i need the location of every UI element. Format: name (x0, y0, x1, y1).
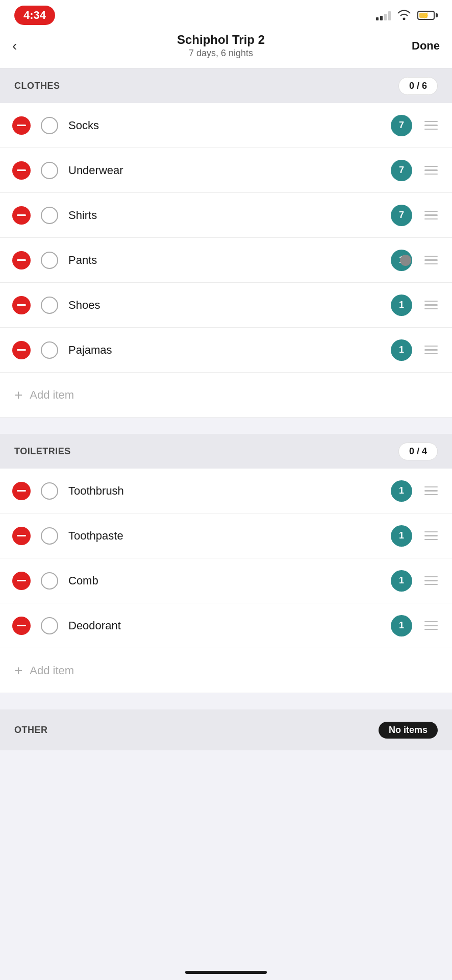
drag-handle[interactable] (422, 529, 440, 543)
check-circle[interactable] (41, 297, 58, 314)
quantity-badge[interactable]: 7 (391, 115, 412, 136)
delete-button[interactable] (12, 527, 31, 545)
delete-button[interactable] (12, 482, 31, 500)
delete-button[interactable] (12, 341, 31, 359)
list-item: Pants 1 (0, 238, 452, 283)
toiletries-title: TOILETRIES (14, 446, 71, 457)
quantity-badge[interactable]: 1 (391, 615, 412, 636)
status-time: 4:34 (14, 6, 55, 25)
add-plus-icon: + (14, 663, 22, 679)
status-bar: 4:34 ⚡ (0, 0, 452, 29)
quantity-badge[interactable]: 1 (391, 570, 412, 592)
other-badge: No items (379, 722, 438, 739)
delete-button[interactable] (12, 251, 31, 270)
drag-indicator (400, 255, 411, 266)
add-item-placeholder: Add item (30, 664, 74, 677)
check-circle[interactable] (41, 341, 58, 359)
quantity-badge[interactable]: 1 (391, 295, 412, 316)
item-label: Deodorant (68, 619, 391, 632)
check-circle[interactable] (41, 207, 58, 224)
clothes-section-header: CLOTHES 0 / 6 (0, 68, 452, 103)
list-item: Socks 7 (0, 103, 452, 148)
other-section-header: OTHER No items (0, 709, 452, 750)
drag-handle[interactable] (422, 344, 440, 357)
section-gap (0, 693, 452, 709)
list-item: Comb 1 (0, 558, 452, 603)
item-label: Underwear (68, 164, 391, 177)
drag-handle[interactable] (422, 164, 440, 177)
quantity-badge[interactable]: 1 (391, 480, 412, 502)
quantity-badge[interactable]: 1 (391, 525, 412, 547)
signal-icon (376, 10, 391, 20)
add-item-row-toiletries[interactable]: + Add item (0, 648, 452, 693)
other-title: OTHER (14, 725, 48, 736)
list-item: Shirts 7 (0, 193, 452, 238)
item-label: Socks (68, 119, 391, 132)
battery-icon: ⚡ (417, 11, 438, 20)
section-gap (0, 418, 452, 434)
list-item: Deodorant 1 (0, 603, 452, 648)
toiletries-badge: 0 / 4 (398, 443, 438, 460)
drag-handle[interactable] (422, 619, 440, 632)
item-label: Comb (68, 574, 391, 587)
nav-title-block: Schiphol Trip 2 7 days, 6 nights (177, 33, 265, 59)
status-icons: ⚡ (376, 9, 438, 22)
back-button[interactable]: ‹ (12, 38, 38, 54)
list-item: Toothbrush 1 (0, 469, 452, 513)
delete-button[interactable] (12, 572, 31, 590)
check-circle[interactable] (41, 162, 58, 179)
add-item-placeholder: Add item (30, 388, 74, 402)
item-label: Toothpaste (68, 529, 391, 543)
check-circle[interactable] (41, 527, 58, 545)
nav-header: ‹ Schiphol Trip 2 7 days, 6 nights Done (0, 29, 452, 68)
add-plus-icon: + (14, 387, 22, 403)
page-title: Schiphol Trip 2 (177, 33, 265, 47)
item-label: Pants (68, 254, 391, 267)
clothes-title: CLOTHES (14, 81, 60, 91)
delete-button[interactable] (12, 116, 31, 135)
check-circle[interactable] (41, 482, 58, 500)
toiletries-section-header: TOILETRIES 0 / 4 (0, 434, 452, 469)
wifi-icon (397, 9, 411, 22)
quantity-badge[interactable]: 7 (391, 205, 412, 226)
page-subtitle: 7 days, 6 nights (177, 48, 265, 59)
list-item: Shoes 1 (0, 283, 452, 328)
drag-handle[interactable] (422, 254, 440, 267)
quantity-badge[interactable]: 1 (391, 339, 412, 361)
add-item-row[interactable]: + Add item (0, 373, 452, 418)
drag-handle[interactable] (422, 299, 440, 312)
list-item: Pajamas 1 (0, 328, 452, 373)
quantity-badge[interactable]: 7 (391, 160, 412, 181)
drag-handle[interactable] (422, 574, 440, 587)
list-item: Toothpaste 1 (0, 513, 452, 558)
item-label: Shirts (68, 209, 391, 222)
clothes-badge: 0 / 6 (398, 77, 438, 95)
delete-button[interactable] (12, 617, 31, 635)
check-circle[interactable] (41, 117, 58, 134)
item-label: Toothbrush (68, 484, 391, 498)
drag-handle[interactable] (422, 484, 440, 498)
item-label: Pajamas (68, 344, 391, 357)
delete-button[interactable] (12, 161, 31, 180)
drag-handle[interactable] (422, 209, 440, 222)
check-circle[interactable] (41, 252, 58, 269)
done-button[interactable]: Done (404, 39, 440, 53)
home-indicator (185, 971, 267, 974)
drag-handle[interactable] (422, 119, 440, 132)
delete-button[interactable] (12, 296, 31, 314)
delete-button[interactable] (12, 206, 31, 225)
list-item: Underwear 7 (0, 148, 452, 193)
check-circle[interactable] (41, 617, 58, 634)
check-circle[interactable] (41, 572, 58, 590)
item-label: Shoes (68, 299, 391, 312)
